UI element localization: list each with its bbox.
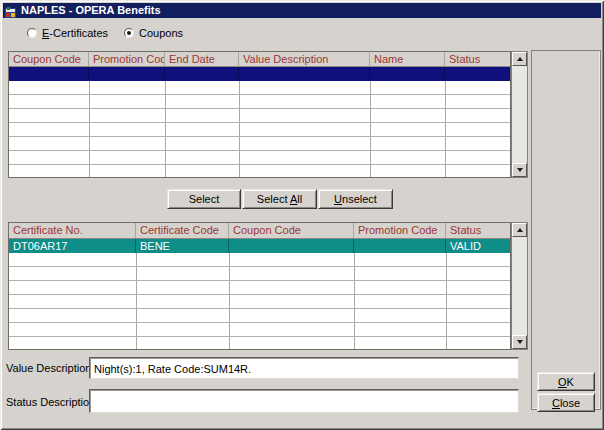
value-description-input[interactable] bbox=[89, 357, 519, 379]
table-row[interactable] bbox=[9, 337, 510, 350]
cell-promotion-code bbox=[354, 239, 446, 253]
table-row[interactable] bbox=[9, 253, 510, 267]
cell-name bbox=[370, 67, 445, 81]
select-button[interactable]: Select bbox=[167, 189, 241, 209]
close-button[interactable]: Close bbox=[537, 393, 595, 412]
table-row[interactable] bbox=[9, 295, 510, 309]
coupons-selected-row[interactable] bbox=[9, 67, 510, 81]
table-row[interactable] bbox=[9, 81, 510, 95]
table-row[interactable] bbox=[9, 309, 510, 323]
opera-benefits-window: NAPLES - OPERA Benefits E-Certificates C… bbox=[0, 0, 604, 430]
cell-value-description bbox=[239, 67, 370, 81]
cell-status bbox=[445, 67, 511, 81]
status-description-label: Status Description bbox=[6, 396, 86, 408]
window-title: NAPLES - OPERA Benefits bbox=[21, 3, 161, 18]
scrollbar-track[interactable] bbox=[512, 237, 527, 335]
cell-certificate-no: DT06AR17 bbox=[9, 239, 136, 253]
value-description-label: Value Description bbox=[6, 362, 86, 374]
table-row[interactable] bbox=[9, 165, 510, 178]
ok-button[interactable]: OK bbox=[537, 372, 595, 391]
scroll-up-icon[interactable] bbox=[512, 223, 527, 237]
certificates-selected-row[interactable]: DT06AR17 BENE VALID bbox=[9, 239, 510, 253]
radio-coupons[interactable]: Coupons bbox=[124, 27, 183, 39]
column-header-certificate-no: Certificate No. bbox=[9, 223, 136, 239]
column-header-name: Name bbox=[370, 52, 445, 67]
column-header-certificate-code: Certificate Code bbox=[136, 223, 229, 239]
table-row[interactable] bbox=[9, 323, 510, 337]
table-row[interactable] bbox=[9, 123, 510, 137]
scroll-down-icon[interactable] bbox=[512, 163, 527, 177]
scrollbar-track[interactable] bbox=[512, 66, 527, 163]
column-header-coupon-code: Coupon Code bbox=[229, 223, 354, 239]
cell-promotion-code bbox=[89, 67, 165, 81]
column-header-value-description: Value Description bbox=[239, 52, 370, 67]
select-all-button[interactable]: Select All bbox=[242, 189, 317, 209]
column-header-end-date: End Date bbox=[165, 52, 239, 67]
radio-unchecked-icon bbox=[27, 28, 37, 38]
radio-coupons-label: Coupons bbox=[139, 27, 183, 39]
table-row[interactable] bbox=[9, 95, 510, 109]
column-header-status: Status bbox=[446, 223, 511, 239]
table-row[interactable] bbox=[9, 281, 510, 295]
column-header-promotion-code: Promotion Code bbox=[89, 52, 165, 67]
table-row[interactable] bbox=[9, 137, 510, 151]
coupons-table-header: Coupon Code Promotion Code End Date Valu… bbox=[9, 52, 510, 67]
side-panel bbox=[531, 50, 601, 410]
app-icon bbox=[5, 5, 17, 17]
cell-status: VALID bbox=[446, 239, 511, 253]
radio-checked-icon bbox=[124, 28, 134, 38]
column-header-coupon-code: Coupon Code bbox=[9, 52, 89, 67]
titlebar: NAPLES - OPERA Benefits bbox=[3, 3, 601, 18]
column-header-status: Status bbox=[445, 52, 511, 67]
table-row[interactable] bbox=[9, 109, 510, 123]
coupons-table: Coupon Code Promotion Code End Date Valu… bbox=[8, 51, 511, 178]
certificates-table-scrollbar[interactable] bbox=[511, 222, 528, 350]
table-row[interactable] bbox=[9, 267, 510, 281]
scroll-up-icon[interactable] bbox=[512, 52, 527, 66]
radio-e-certificates[interactable]: E-Certificates bbox=[27, 27, 108, 39]
scroll-down-icon[interactable] bbox=[512, 335, 527, 349]
cell-certificate-code: BENE bbox=[136, 239, 229, 253]
radio-e-certificates-label: E-Certificates bbox=[42, 27, 108, 39]
cell-coupon-code bbox=[229, 239, 354, 253]
cell-coupon-code bbox=[9, 67, 89, 81]
certificates-table: Certificate No. Certificate Code Coupon … bbox=[8, 222, 511, 350]
column-header-promotion-code: Promotion Code bbox=[354, 223, 446, 239]
certificates-table-header: Certificate No. Certificate Code Coupon … bbox=[9, 223, 510, 239]
cell-end-date bbox=[165, 67, 239, 81]
unselect-button[interactable]: Unselect bbox=[318, 189, 393, 209]
status-description-input[interactable] bbox=[89, 389, 519, 413]
table-row[interactable] bbox=[9, 151, 510, 165]
coupons-table-scrollbar[interactable] bbox=[511, 51, 528, 178]
